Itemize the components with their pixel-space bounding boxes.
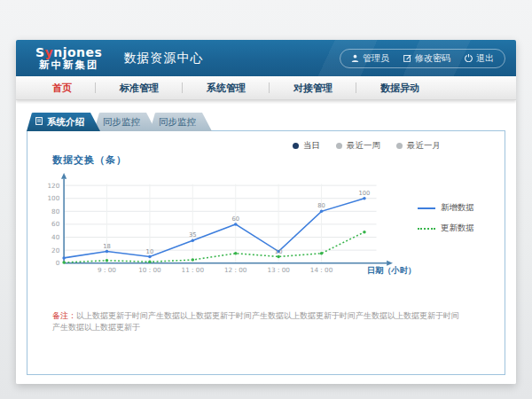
edit-icon: [403, 54, 411, 62]
page-title: 数据资源中心: [123, 51, 203, 66]
brand-prefix: S: [35, 45, 45, 59]
tab-sync-monitor-1[interactable]: 同步监控: [94, 113, 156, 131]
svg-text:13 : 00: 13 : 00: [267, 266, 290, 274]
app-header: Synjones 新中新集团 数据资源中心 管理员 修改密码 退出: [16, 40, 516, 76]
blue-line-icon: [418, 207, 435, 209]
svg-text:14 : 00: 14 : 00: [310, 266, 333, 274]
tab-system-intro-label: 系统介绍: [47, 113, 84, 131]
nav-item-data-change[interactable]: 数据异动: [356, 76, 443, 99]
svg-text:10 : 00: 10 : 00: [138, 266, 161, 274]
svg-text:60: 60: [231, 215, 239, 223]
filter-last-week-label: 最近一周: [347, 140, 380, 152]
tab-sync-monitor-2-label: 同步监控: [159, 113, 196, 131]
svg-text:18: 18: [103, 243, 111, 250]
svg-text:120: 120: [47, 182, 59, 190]
line-chart: 0204060801001209 : 0010 : 0011 : 0012 : …: [40, 168, 418, 289]
svg-text:10: 10: [146, 248, 154, 255]
user-menu-change-password-label: 修改密码: [415, 52, 450, 65]
green-dotted-line-icon: [418, 228, 435, 230]
user-menu-logout-label: 退出: [476, 52, 494, 65]
tab-sync-monitor-1-label: 同步监控: [103, 113, 140, 131]
y-axis-label: 数据交换（条）: [52, 153, 492, 167]
user-icon: [351, 54, 359, 62]
nav-item-home[interactable]: 首页: [28, 76, 96, 99]
nav-item-standard-management[interactable]: 标准管理: [96, 76, 183, 99]
radio-dot-icon: [293, 143, 299, 149]
legend-item-updated-data[interactable]: 更新数据: [418, 223, 492, 234]
brand-name: Synjones: [35, 46, 102, 59]
svg-text:60: 60: [51, 220, 60, 228]
filter-last-month-label: 最近一月: [407, 140, 441, 152]
content-area: 系统介绍 同步监控 同步监控 当日 最近一周: [16, 100, 516, 384]
user-menu-admin-label: 管理员: [363, 52, 389, 65]
tab-sync-monitor-2[interactable]: 同步监控: [150, 113, 212, 131]
legend-item-new-data[interactable]: 新增数据: [418, 202, 492, 214]
footnote-text: 以上数据更新于时间产生数据以上数据更新于时间产生数据以上数据更新于时间产生数据以…: [52, 311, 459, 332]
user-menu-admin[interactable]: 管理员: [351, 52, 389, 65]
user-menu: 管理员 修改密码 退出: [340, 49, 505, 68]
radio-dot-icon: [396, 143, 403, 149]
brand-suffix: njones: [53, 45, 102, 59]
chart-row: 0204060801001209 : 0010 : 0011 : 0012 : …: [40, 168, 492, 289]
nav-item-system-management[interactable]: 系统管理: [183, 76, 270, 99]
svg-text:12 : 00: 12 : 00: [224, 266, 247, 274]
radio-dot-icon: [336, 143, 342, 149]
power-icon: [465, 54, 473, 62]
svg-text:100: 100: [47, 194, 59, 202]
svg-text:10: 10: [275, 248, 283, 255]
brand-accent: y: [45, 45, 54, 59]
main-nav: 首页 标准管理 系统管理 对接管理 数据异动: [16, 76, 516, 100]
user-menu-logout[interactable]: 退出: [465, 52, 494, 65]
document-icon: [35, 113, 43, 131]
svg-text:20: 20: [51, 246, 60, 254]
svg-text:日期（小时）: 日期（小时）: [367, 265, 416, 275]
svg-text:11 : 00: 11 : 00: [182, 266, 205, 274]
svg-text:100: 100: [359, 190, 371, 197]
svg-text:80: 80: [317, 202, 325, 209]
footnote-label: 备注：: [52, 311, 76, 320]
legend-new-data-label: 新增数据: [441, 202, 474, 214]
tab-system-intro[interactable]: 系统介绍: [27, 113, 100, 131]
range-filters: 当日 最近一周 最近一月: [40, 140, 441, 152]
svg-text:80: 80: [51, 207, 60, 215]
filter-last-week[interactable]: 最近一周: [336, 140, 380, 152]
svg-text:0: 0: [56, 259, 60, 267]
filter-today[interactable]: 当日: [293, 140, 320, 152]
tab-bar: 系统介绍 同步监控 同步监控: [27, 113, 505, 131]
filter-today-label: 当日: [303, 140, 320, 152]
company-logo: Synjones 新中新集团: [35, 46, 102, 71]
footnote: 备注：以上数据更新于时间产生数据以上数据更新于时间产生数据以上数据更新于时间产生…: [52, 310, 492, 332]
svg-text:9 : 00: 9 : 00: [98, 266, 116, 274]
brand-chinese-name: 新中新集团: [39, 59, 99, 70]
legend-updated-data-label: 更新数据: [441, 223, 474, 234]
app-window: Synjones 新中新集团 数据资源中心 管理员 修改密码 退出: [16, 40, 516, 384]
user-menu-change-password[interactable]: 修改密码: [403, 52, 450, 65]
series-legend: 新增数据 更新数据: [418, 202, 492, 234]
chart-panel: 当日 最近一周 最近一月 数据交换（条） 0204060801001209 : …: [27, 130, 505, 375]
nav-item-interface-management[interactable]: 对接管理: [270, 76, 356, 99]
svg-text:35: 35: [189, 231, 197, 239]
filter-last-month[interactable]: 最近一月: [396, 140, 441, 152]
svg-text:40: 40: [51, 233, 60, 241]
